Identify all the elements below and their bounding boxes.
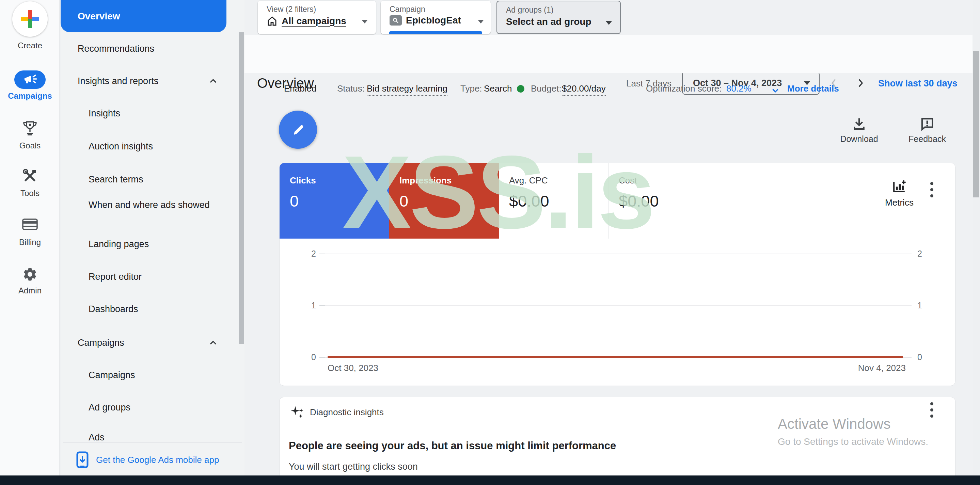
pencil-icon	[290, 121, 307, 138]
ad-group-selector[interactable]: Ad groups (1) Select an ad group	[496, 1, 621, 34]
next-range-button[interactable]	[854, 76, 866, 90]
nav-section-insights-and-reports[interactable]: Insights and reports	[78, 73, 158, 89]
enabled-status-dot	[517, 85, 524, 92]
type-value: Search	[484, 83, 512, 94]
ad-group-selector-label: Ad groups (1)	[506, 5, 553, 14]
nav-item-report-editor[interactable]: Report editor	[89, 269, 142, 285]
nav-item-ad-groups[interactable]: Ad groups	[89, 399, 130, 415]
sparkle-icon	[290, 404, 305, 420]
rail-item-billing[interactable]: Billing	[0, 218, 60, 248]
optimization-score-label: Optimization score:	[646, 83, 722, 94]
subnav-scrollbar[interactable]	[239, 32, 244, 344]
view-filter-value: All campaigns	[282, 16, 346, 27]
nav-item-dashboards[interactable]: Dashboards	[89, 301, 138, 317]
feedback-label: Feedback	[905, 134, 949, 144]
gear-icon	[22, 267, 38, 282]
y-axis-tick-right: 2	[917, 249, 934, 259]
tick-mark	[320, 305, 325, 306]
metrics-card-menu-button[interactable]	[930, 182, 934, 200]
nav-item-auction-insights[interactable]: Auction insights	[89, 138, 153, 154]
home-icon	[267, 16, 277, 27]
rail-item-tools[interactable]: Tools	[0, 168, 60, 199]
tools-icon	[22, 168, 38, 184]
campaign-selector-label: Campaign	[390, 5, 425, 14]
metric-label: Impressions	[399, 175, 452, 186]
chevron-down-icon	[478, 20, 484, 24]
y-axis-tick-right: 0	[917, 352, 934, 362]
metrics-button[interactable]: Metrics	[877, 178, 921, 208]
metric-value: $0.00	[509, 192, 549, 210]
admin-label: Admin	[0, 286, 60, 296]
campaign-selector[interactable]: Campaign EpicblogEat	[381, 1, 491, 34]
x-axis-label-start: Oct 30, 2023	[328, 363, 378, 374]
chevron-up-icon[interactable]	[208, 76, 219, 86]
tick-mark	[320, 254, 325, 254]
campaign-selector-value: EpicblogEat	[406, 15, 461, 26]
nav-overview-label: Overview	[78, 0, 120, 32]
nav-item-overview-active[interactable]: Overview	[60, 0, 226, 32]
nav-item-campaigns[interactable]: Campaigns	[89, 367, 135, 383]
edit-fab-button[interactable]	[279, 111, 317, 149]
download-button[interactable]: Download	[837, 116, 881, 144]
status-value[interactable]: Bid strategy learning	[367, 83, 447, 95]
metric-label: Avg. CPC	[509, 175, 548, 186]
metric-value: 0	[399, 192, 408, 210]
metrics-chart-icon	[877, 178, 921, 194]
gridline	[325, 305, 912, 306]
y-axis-tick-left: 1	[300, 301, 316, 310]
diagnostic-heading: People are seeing your ads, but an issue…	[289, 440, 616, 452]
view-filter-selector[interactable]: View (2 filters) All campaigns	[258, 1, 376, 34]
chevron-down-icon	[606, 21, 612, 25]
chevron-up-icon[interactable]	[208, 337, 219, 348]
chevron-down-icon[interactable]	[770, 86, 780, 95]
budget-value[interactable]: $20.00/day	[562, 83, 606, 95]
activate-windows-watermark: Activate Windows	[778, 416, 891, 432]
optimization-score-value: 80.2%	[726, 83, 751, 94]
metric-tile-clicks[interactable]: Clicks 0	[280, 163, 389, 239]
create-button[interactable]: Create	[0, 0, 60, 44]
trophy-icon	[22, 120, 38, 137]
tick-mark	[320, 357, 325, 358]
show-last-30-days-link[interactable]: Show last 30 days	[878, 78, 958, 89]
goals-label: Goals	[0, 141, 60, 150]
nav-item-insights[interactable]: Insights	[89, 105, 120, 121]
nav-item-landing-pages[interactable]: Landing pages	[89, 236, 149, 252]
metric-tile-avg-cpc[interactable]: Avg. CPC $0.00	[499, 163, 608, 239]
main-scrollbar-thumb[interactable]	[973, 51, 979, 197]
clicks-series-line	[328, 356, 903, 358]
overview-metrics-card: Clicks 0 Impressions 0 Avg. CPC $0.00 Co…	[279, 163, 956, 386]
rail-item-campaigns[interactable]: Campaigns	[0, 70, 60, 101]
create-label: Create	[0, 41, 60, 50]
y-axis-tick-right: 1	[917, 301, 934, 310]
metric-tile-cost[interactable]: Cost $0.00	[608, 163, 718, 239]
rail-item-goals[interactable]: Goals	[0, 120, 60, 150]
budget-label: Budget:	[531, 83, 562, 94]
diagnostic-insights-title: Diagnostic insights	[310, 407, 384, 418]
left-rail: Create Campaigns	[0, 0, 60, 475]
nav-item-when-where-ads-showed[interactable]: When and where ads showed	[89, 198, 232, 212]
rail-item-admin[interactable]: Admin	[0, 267, 60, 297]
feedback-button[interactable]: Feedback	[905, 116, 949, 144]
campaign-search-icon	[390, 15, 402, 25]
status-label: Status:	[337, 83, 365, 94]
diagnostic-subtext: You will start getting clicks soon	[289, 461, 418, 472]
view-filter-label: View (2 filters)	[267, 5, 316, 14]
megaphone-icon	[22, 74, 37, 86]
divider	[63, 442, 242, 443]
mobile-app-link[interactable]: Get the Google Ads mobile app	[76, 451, 219, 468]
more-details-link[interactable]: More details	[787, 83, 839, 94]
gridline	[325, 254, 912, 254]
campaigns-label: Campaigns	[0, 91, 60, 101]
metric-tile-impressions[interactable]: Impressions 0	[389, 163, 499, 239]
nav-section-campaigns[interactable]: Campaigns	[78, 335, 124, 351]
diagnostic-menu-button[interactable]	[930, 402, 934, 421]
metric-value: $0.00	[619, 192, 659, 210]
metrics-label: Metrics	[877, 197, 921, 208]
download-label: Download	[837, 134, 881, 144]
metric-label: Cost	[619, 175, 637, 186]
main-scrollbar[interactable]	[972, 0, 980, 475]
chevron-down-icon	[362, 20, 368, 24]
nav-item-recommendations[interactable]: Recommendations	[78, 41, 154, 57]
nav-item-search-terms[interactable]: Search terms	[89, 172, 143, 187]
y-axis-tick-left: 2	[300, 249, 316, 259]
